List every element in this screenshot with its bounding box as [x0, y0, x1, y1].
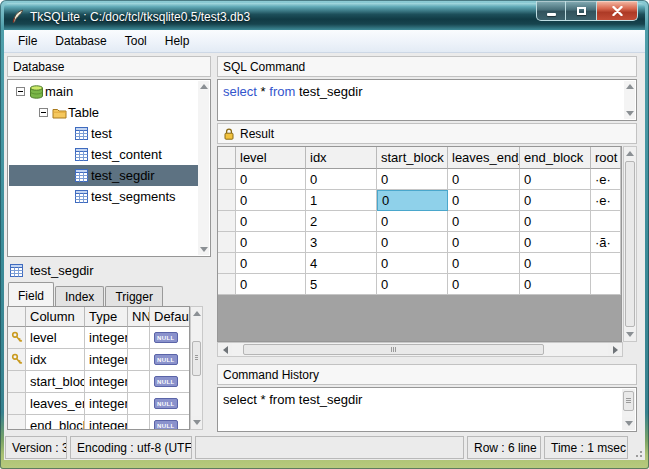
field-cell-type[interactable]: integer — [85, 393, 128, 415]
minimize-button[interactable] — [536, 1, 566, 21]
field-cell-column[interactable]: leaves_end_block — [26, 393, 85, 415]
result-cell[interactable]: 5 — [306, 274, 377, 295]
result-cell[interactable]: 1 — [306, 190, 377, 211]
result-cell-selected[interactable]: 0 — [377, 190, 448, 211]
tree-item-test_segdir[interactable]: test_segdir — [9, 165, 198, 186]
resize-grip[interactable] — [631, 436, 644, 459]
result-cell[interactable]: 0 — [448, 274, 520, 295]
result-vscrollbar-thumb[interactable] — [625, 161, 635, 327]
result-cell[interactable]: 2 — [306, 211, 377, 232]
result-cell[interactable]: 0 — [448, 232, 520, 253]
history-scroll-down-button[interactable] — [622, 417, 635, 430]
field-cell-nn[interactable] — [128, 349, 150, 371]
sql-command-text[interactable]: select * from test_segdir — [218, 80, 623, 103]
sql-command-editor[interactable]: select * from test_segdir — [217, 79, 637, 121]
field-col-header-Type[interactable]: Type — [85, 307, 128, 327]
result-cell[interactable]: 0 — [377, 253, 448, 274]
result-cell[interactable]: ·e· — [591, 190, 621, 211]
tab-field[interactable]: Field — [8, 282, 54, 306]
sql-scroll-down-icon[interactable] — [626, 111, 634, 116]
result-row-selector[interactable] — [218, 274, 236, 295]
history-line[interactable]: select * from test_segdir — [223, 391, 617, 408]
field-col-header-NN[interactable]: NN — [128, 307, 150, 327]
result-cell[interactable]: ·e· — [591, 169, 621, 190]
close-button[interactable] — [596, 1, 638, 21]
menu-help[interactable]: Help — [156, 31, 199, 51]
result-col-header-end_block[interactable]: end_block — [520, 147, 591, 169]
result-scroll-right-button[interactable] — [608, 343, 622, 356]
tree-scroll-up-icon[interactable] — [200, 84, 208, 89]
field-col-header-Column[interactable]: Column — [26, 307, 85, 327]
field-scroll-up-button[interactable] — [191, 307, 202, 320]
field-cell-default[interactable]: NULL — [150, 415, 190, 430]
result-scroll-left-button[interactable] — [218, 343, 232, 356]
menu-tool[interactable]: Tool — [116, 31, 156, 51]
maximize-button[interactable] — [566, 1, 596, 21]
tree-item-test_segments[interactable]: test_segments — [9, 186, 198, 207]
field-cell-default[interactable]: NULL — [150, 349, 190, 371]
field-cell-default[interactable]: NULL — [150, 371, 190, 393]
result-cell[interactable]: 4 — [306, 253, 377, 274]
field-cell-default[interactable]: NULL — [150, 327, 190, 349]
field-col-header-Default[interactable]: Default — [150, 307, 190, 327]
result-cell[interactable]: 0 — [377, 232, 448, 253]
result-cell[interactable]: 0 — [520, 211, 591, 232]
field-scroll-down-button[interactable] — [191, 416, 202, 429]
result-col-header-start_block[interactable]: start_block — [377, 147, 448, 169]
result-col-header-selector[interactable] — [218, 147, 236, 169]
history-vscrollbar[interactable] — [622, 389, 635, 430]
result-cell[interactable] — [591, 211, 621, 232]
field-cell-column[interactable]: level — [26, 327, 85, 349]
field-cell-type[interactable]: integer — [85, 415, 128, 430]
result-cell[interactable]: 0 — [520, 190, 591, 211]
result-cell[interactable]: 0 — [448, 253, 520, 274]
tree-item-main[interactable]: main — [9, 81, 198, 102]
field-col-header-selector[interactable] — [8, 307, 26, 327]
result-cell[interactable]: 0 — [377, 211, 448, 232]
result-row-selector[interactable] — [218, 190, 236, 211]
result-scroll-down-button[interactable] — [624, 328, 636, 341]
result-cell[interactable]: 0 — [448, 190, 520, 211]
history-scrollbar-thumb[interactable] — [623, 391, 634, 411]
tree-vscrollbar[interactable] — [198, 81, 209, 255]
result-cell[interactable]: 0 — [520, 274, 591, 295]
sql-scroll-up-icon[interactable] — [626, 84, 634, 89]
result-cell[interactable]: ·ã· — [591, 232, 621, 253]
result-cell[interactable]: 0 — [236, 190, 306, 211]
sql-vscrollbar[interactable] — [624, 81, 635, 119]
field-scrollbar-thumb[interactable] — [192, 341, 201, 376]
command-history-text[interactable]: select * from test_segdir — [218, 388, 622, 411]
field-cell-nn[interactable] — [128, 393, 150, 415]
result-cell[interactable]: 0 — [520, 232, 591, 253]
result-cell[interactable]: 0 — [236, 253, 306, 274]
result-cell[interactable]: 0 — [306, 169, 377, 190]
result-col-header-leaves_end_block[interactable]: leaves_end_block — [448, 147, 520, 169]
field-cell-column[interactable]: end_block — [26, 415, 85, 430]
result-cell[interactable]: 0 — [448, 211, 520, 232]
result-cell[interactable]: 0 — [236, 211, 306, 232]
result-cell[interactable] — [591, 274, 621, 295]
tree-item-test_content[interactable]: test_content — [9, 144, 198, 165]
result-col-header-root[interactable]: root — [591, 147, 621, 169]
field-cell-nn[interactable] — [128, 371, 150, 393]
result-col-header-idx[interactable]: idx — [306, 147, 377, 169]
result-cell[interactable]: 0 — [377, 274, 448, 295]
result-col-header-level[interactable]: level — [236, 147, 306, 169]
expander-icon[interactable] — [39, 108, 52, 117]
field-table-vscrollbar[interactable] — [190, 306, 203, 430]
result-row-selector[interactable] — [218, 169, 236, 190]
result-cell[interactable]: 0 — [236, 274, 306, 295]
field-cell-type[interactable]: integer — [85, 371, 128, 393]
tree-item-test[interactable]: test — [9, 123, 198, 144]
field-cell-default[interactable]: NULL — [150, 393, 190, 415]
result-cell[interactable]: 0 — [520, 169, 591, 190]
menu-file[interactable]: File — [9, 31, 46, 51]
result-cell[interactable]: 3 — [306, 232, 377, 253]
tab-index[interactable]: Index — [55, 286, 104, 306]
menu-database[interactable]: Database — [46, 31, 115, 51]
field-cell-column[interactable]: start_block — [26, 371, 85, 393]
tree-scroll-down-icon[interactable] — [200, 247, 208, 252]
result-row-selector[interactable] — [218, 232, 236, 253]
result-cell[interactable]: 0 — [236, 169, 306, 190]
result-row-selector[interactable] — [218, 211, 236, 232]
